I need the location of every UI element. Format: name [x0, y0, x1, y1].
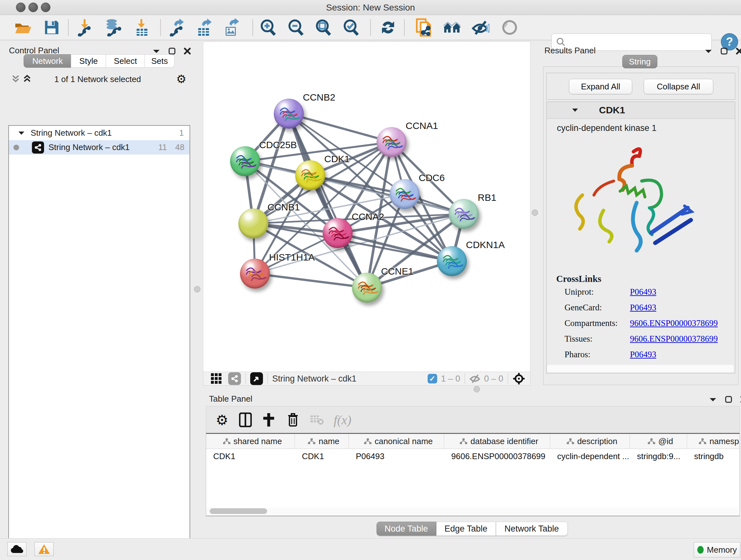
import-database-icon[interactable]	[105, 18, 122, 37]
crosslink-link[interactable]: 9606.ENSP00000378699	[630, 318, 718, 328]
panel-float-icon[interactable]	[725, 396, 732, 403]
center-view-crosshair-icon[interactable]	[513, 372, 525, 385]
panel-close-icon[interactable]	[184, 48, 191, 55]
network-node-ccna1[interactable]	[377, 127, 407, 157]
network-node-ccne1[interactable]	[352, 273, 382, 303]
panel-float-icon[interactable]	[169, 48, 176, 55]
expand-all-button[interactable]: Expand All	[569, 79, 632, 94]
warning-icon	[38, 544, 51, 555]
toolbar-separator	[160, 19, 161, 36]
new-network-from-selection-icon[interactable]	[415, 18, 433, 37]
warnings-button[interactable]	[35, 542, 54, 556]
table-splitter-handle[interactable]	[474, 386, 480, 392]
network-node-cdc25b[interactable]	[230, 146, 260, 176]
protein-structure-image	[566, 140, 700, 268]
table-gear-icon[interactable]: ⚙	[216, 412, 228, 428]
results-gene-card: CDK1 cyclin-dependent kinase 1 CrossLink…	[546, 102, 735, 374]
network-options-gear-icon[interactable]: ⚙	[176, 72, 186, 86]
panel-float-icon[interactable]	[721, 48, 728, 55]
network-edge[interactable]	[255, 273, 367, 288]
refresh-layout-icon[interactable]	[379, 18, 397, 37]
open-session-icon[interactable]	[14, 18, 32, 37]
right-splitter-handle[interactable]	[532, 209, 538, 216]
panel-menu-icon[interactable]	[152, 49, 160, 54]
crosslink-link[interactable]: P06493	[630, 287, 657, 297]
tab-network[interactable]: Network	[23, 54, 71, 68]
crosslink-row: Compartments:9606.ENSP00000378699	[564, 318, 731, 328]
tab-network-table[interactable]: Network Table	[496, 522, 568, 536]
table-splitter[interactable]	[203, 386, 741, 392]
panel-close-icon[interactable]	[736, 48, 741, 55]
cloud-button[interactable]	[7, 542, 26, 556]
grid-view-icon[interactable]	[210, 373, 222, 385]
column-header-description[interactable]: description	[550, 434, 630, 449]
column-header-label: namespace	[710, 436, 740, 446]
delete-column-icon[interactable]	[287, 413, 299, 427]
network-node-cdkn1a[interactable]	[437, 246, 467, 276]
network-node-rb1[interactable]	[449, 199, 479, 229]
table-cell[interactable]: P06493	[349, 449, 444, 463]
zoom-in-icon[interactable]	[260, 18, 278, 37]
first-neighbors-icon[interactable]	[443, 18, 461, 37]
table-row[interactable]: CDK1CDK1P064939606.ENSP00000378699cyclin…	[206, 449, 739, 463]
network-canvas[interactable]: CCNB2CCNA1CDC25BCDK1CDC6RB1CCNB1CCNA2CDK…	[203, 42, 530, 372]
tab-edge-table[interactable]: Edge Table	[436, 522, 496, 536]
table-hscrollbar[interactable]	[206, 508, 738, 515]
left-splitter-handle[interactable]	[194, 286, 200, 293]
save-session-icon[interactable]	[43, 18, 61, 37]
column-header-name[interactable]: name	[295, 434, 349, 449]
table-cell[interactable]: 9606.ENSP00000378699	[444, 449, 550, 463]
memory-button[interactable]: Memory	[694, 542, 740, 557]
zoom-fit-icon[interactable]	[315, 18, 333, 37]
network-collection-row[interactable]: String Network – cdk1 1	[9, 126, 190, 140]
collapse-all-button[interactable]: Collapse All	[644, 79, 713, 94]
zoom-out-icon[interactable]	[287, 18, 306, 37]
table-cell[interactable]: cyclin-dependent ...	[550, 449, 630, 463]
column-header--id[interactable]: @id	[630, 434, 687, 449]
table-cell[interactable]: CDK1	[206, 449, 295, 463]
gene-collapse-icon[interactable]	[571, 108, 579, 113]
crosslinks-list: Uniprot:P06493GeneCard:P06493Compartment…	[564, 287, 731, 365]
tab-sets[interactable]: Sets	[145, 54, 175, 68]
network-node-ccna2[interactable]	[323, 218, 353, 248]
export-network-icon[interactable]	[168, 18, 186, 37]
tab-select[interactable]: Select	[106, 54, 145, 68]
network-node-cdc6[interactable]	[390, 179, 420, 209]
column-header-shared-name[interactable]: shared name	[206, 434, 295, 449]
export-table-icon[interactable]	[195, 18, 213, 37]
tab-node-table[interactable]: Node Table	[377, 522, 436, 536]
network-node-ccnb1[interactable]	[239, 208, 268, 239]
birds-eye-view-icon[interactable]	[250, 372, 263, 385]
tab-style[interactable]: Style	[71, 54, 106, 68]
network-node-hist1h1a[interactable]	[240, 259, 270, 289]
column-header-canonical-name[interactable]: canonical name	[349, 434, 444, 449]
results-scrollbar[interactable]	[547, 365, 734, 372]
table-hscroll-thumb[interactable]	[210, 508, 267, 514]
crosslink-link[interactable]: P06493	[630, 303, 657, 313]
column-header-namespace[interactable]: namespace	[687, 434, 740, 449]
column-header-database-identifier[interactable]: database identifier	[444, 434, 550, 449]
import-network-icon[interactable]	[76, 18, 93, 37]
zoom-selected-icon[interactable]	[343, 18, 360, 37]
table-cell[interactable]: stringdb	[687, 449, 740, 463]
network-node-ccnb2[interactable]	[274, 99, 304, 129]
add-column-icon[interactable]	[262, 413, 275, 427]
results-tab-string[interactable]: String	[622, 55, 657, 68]
panel-menu-icon[interactable]	[704, 49, 712, 54]
crosslink-link[interactable]: P06493	[630, 350, 657, 360]
panel-menu-icon[interactable]	[709, 397, 717, 402]
selected-nodes-checkbox[interactable]: ✓	[428, 374, 437, 383]
hide-selected-icon[interactable]	[472, 18, 489, 37]
network-share-view-icon[interactable]	[228, 372, 241, 385]
collection-expand-icon[interactable]	[18, 131, 25, 136]
show-columns-icon[interactable]	[239, 413, 252, 427]
export-image-icon[interactable]	[222, 18, 240, 37]
show-all-icon[interactable]	[501, 18, 519, 37]
table-cell[interactable]: CDK1	[295, 449, 349, 463]
import-table-icon[interactable]	[133, 18, 151, 37]
table-cell[interactable]: stringdb:9...	[630, 449, 687, 463]
crosslink-link[interactable]: 9606.ENSP00000378699	[630, 334, 718, 344]
network-node-cdk1[interactable]	[295, 160, 325, 190]
network-row-selected[interactable]: String Network – cdk1 11 48	[9, 140, 190, 154]
node-table[interactable]: shared namenamecanonical namedatabase id…	[206, 433, 740, 516]
